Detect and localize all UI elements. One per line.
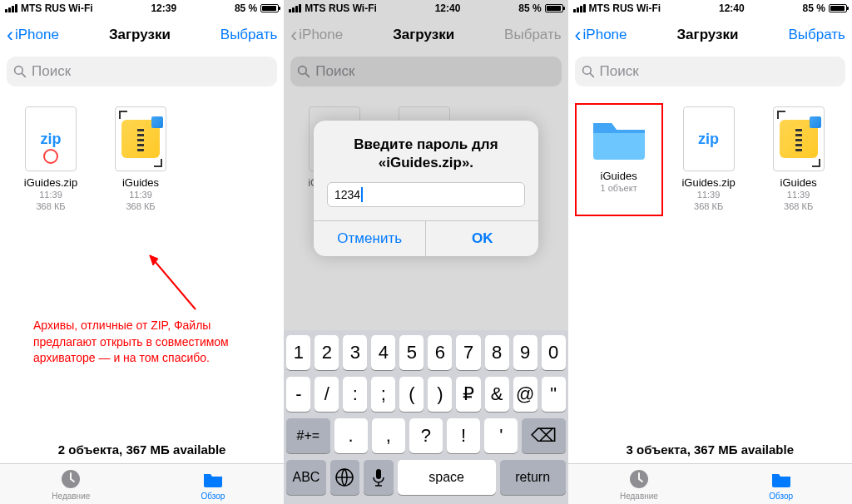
screen-3: MTS RUS Wi-Fi 12:40 85 % ‹iPhone Загрузк…	[568, 0, 852, 504]
files-grid: zip iGuides.zip 11:39 368 КБ iGuides 11:…	[0, 93, 284, 226]
password-dialog: Введите пароль для «iGuides.zip». 1234 О…	[314, 121, 538, 256]
key-3[interactable]: 3	[343, 335, 367, 370]
key-symbols[interactable]: #+=	[286, 418, 329, 453]
svg-line-10	[590, 73, 593, 77]
annotation-text: Архивы, отличные от ZIP, Файлы предлагаю…	[33, 318, 233, 367]
back-button[interactable]: ‹iPhone	[7, 23, 59, 47]
chevron-left-icon: ‹	[7, 23, 13, 47]
key-comma[interactable]: ,	[372, 418, 405, 453]
key-backspace[interactable]: ⌫	[522, 418, 565, 453]
ok-button[interactable]: OK	[426, 221, 538, 256]
cancel-button[interactable]: Отменить	[314, 221, 427, 256]
nav-bar: ‹iPhone Загрузки Выбрать	[0, 17, 284, 53]
key-return[interactable]: return	[500, 460, 566, 495]
tab-recent[interactable]: Недавние	[568, 464, 711, 504]
file-item-zip[interactable]: zip iGuides.zip 11:39 368 КБ	[7, 103, 95, 216]
footer-info: 3 объекта, 367 МБ available	[568, 436, 852, 463]
tab-bar: Недавние Обзор	[0, 463, 284, 504]
search-icon	[13, 65, 27, 78]
battery-icon	[260, 4, 279, 12]
battery-pct: 85 %	[235, 2, 257, 14]
folder-icon	[590, 115, 648, 161]
key-space[interactable]: space	[398, 460, 496, 495]
status-time: 12:39	[151, 2, 176, 14]
file-item-archive[interactable]: iGuides 11:39 368 КБ	[755, 103, 843, 216]
carrier-label: MTS RUS Wi-Fi	[21, 2, 93, 14]
keyboard: 1 2 3 4 5 6 7 8 9 0 - / : ; ( ) ₽ & @ " …	[284, 330, 567, 504]
key-quote[interactable]: "	[542, 377, 566, 412]
dialog-title: Введите пароль для «iGuides.zip».	[314, 121, 538, 182]
key-2[interactable]: 2	[315, 335, 339, 370]
kb-row-3: #+= . , ? ! ' ⌫	[286, 418, 565, 453]
archive-thumb-icon	[121, 120, 160, 158]
key-apostrophe[interactable]: '	[484, 418, 518, 453]
red-circle-icon	[43, 149, 58, 164]
password-input[interactable]: 1234	[327, 182, 525, 207]
folder-icon	[202, 468, 224, 490]
key-mic[interactable]	[364, 460, 393, 495]
select-button[interactable]: Выбрать	[788, 27, 845, 43]
key-globe[interactable]	[330, 460, 359, 495]
kb-row-1: 1 2 3 4 5 6 7 8 9 0	[286, 335, 565, 370]
back-button[interactable]: ‹iPhone	[575, 23, 627, 47]
key-8[interactable]: 8	[485, 335, 509, 370]
status-bar: MTS RUS Wi-Fi 12:40 85 %	[568, 0, 852, 17]
svg-point-0	[15, 67, 23, 75]
key-1[interactable]: 1	[286, 335, 310, 370]
mic-icon	[367, 466, 390, 489]
nav-bar: ‹iPhone Загрузки Выбрать	[568, 17, 852, 53]
key-7[interactable]: 7	[456, 335, 480, 370]
kb-row-2: - / : ; ( ) ₽ & @ "	[286, 377, 565, 412]
tab-browse[interactable]: Обзор	[710, 464, 852, 504]
key-semicolon[interactable]: ;	[371, 377, 395, 412]
archive-thumb-icon	[780, 120, 818, 158]
svg-line-1	[22, 73, 25, 77]
key-colon[interactable]: :	[343, 377, 367, 412]
key-4[interactable]: 4	[371, 335, 395, 370]
key-6[interactable]: 6	[428, 335, 452, 370]
page-title: Загрузки	[109, 27, 171, 43]
key-amp[interactable]: &	[485, 377, 509, 412]
search-input[interactable]: Поиск	[7, 57, 277, 86]
key-5[interactable]: 5	[399, 335, 424, 370]
file-item-folder[interactable]: iGuides 1 объект	[575, 103, 663, 216]
svg-point-9	[582, 67, 591, 75]
files-grid: iGuides 1 объект zip iGuides.zip 11:39 3…	[568, 93, 852, 226]
key-period[interactable]: .	[334, 418, 368, 453]
search-input[interactable]: Поиск	[575, 57, 845, 86]
status-time: 12:40	[719, 2, 745, 14]
key-question[interactable]: ?	[409, 418, 443, 453]
key-0[interactable]: 0	[542, 335, 566, 370]
kb-row-4: ABC space return	[286, 460, 565, 495]
key-paren-close[interactable]: )	[428, 377, 452, 412]
signal-icon	[573, 4, 586, 12]
screen-1: MTS RUS Wi-Fi 12:39 85 % ‹iPhone Загрузк…	[0, 0, 284, 504]
zip-icon: zip	[698, 131, 719, 148]
key-paren-open[interactable]: (	[399, 377, 424, 412]
key-ruble[interactable]: ₽	[456, 377, 480, 412]
clock-icon	[628, 468, 650, 490]
file-item-zip[interactable]: zip iGuides.zip 11:39 368 КБ	[665, 103, 753, 216]
content-area: zip iGuides.zip 11:39 368 КБ iGuides 11:…	[0, 93, 284, 463]
globe-icon	[333, 466, 356, 489]
tab-recent[interactable]: Недавние	[0, 464, 142, 504]
key-exclaim[interactable]: !	[447, 418, 480, 453]
page-title: Загрузки	[676, 27, 738, 43]
key-abc[interactable]: ABC	[286, 460, 325, 495]
key-slash[interactable]: /	[315, 377, 339, 412]
footer-info: 2 объекта, 367 МБ available	[0, 436, 284, 463]
folder-icon	[770, 468, 792, 490]
status-bar: MTS RUS Wi-Fi 12:39 85 %	[0, 0, 284, 17]
zip-icon: zip	[41, 131, 62, 148]
tab-browse[interactable]: Обзор	[142, 464, 285, 504]
svg-rect-8	[376, 469, 381, 479]
signal-icon	[5, 4, 17, 12]
key-9[interactable]: 9	[513, 335, 537, 370]
select-button[interactable]: Выбрать	[220, 27, 277, 43]
screen-2: MTS RUS Wi-Fi 12:40 85 % ‹iPhone Загрузк…	[284, 0, 567, 504]
clock-icon	[60, 468, 82, 490]
file-item-archive[interactable]: iGuides 11:39 368 КБ	[97, 103, 185, 216]
key-at[interactable]: @	[513, 377, 537, 412]
battery-icon	[829, 4, 847, 12]
key-dash[interactable]: -	[286, 377, 310, 412]
